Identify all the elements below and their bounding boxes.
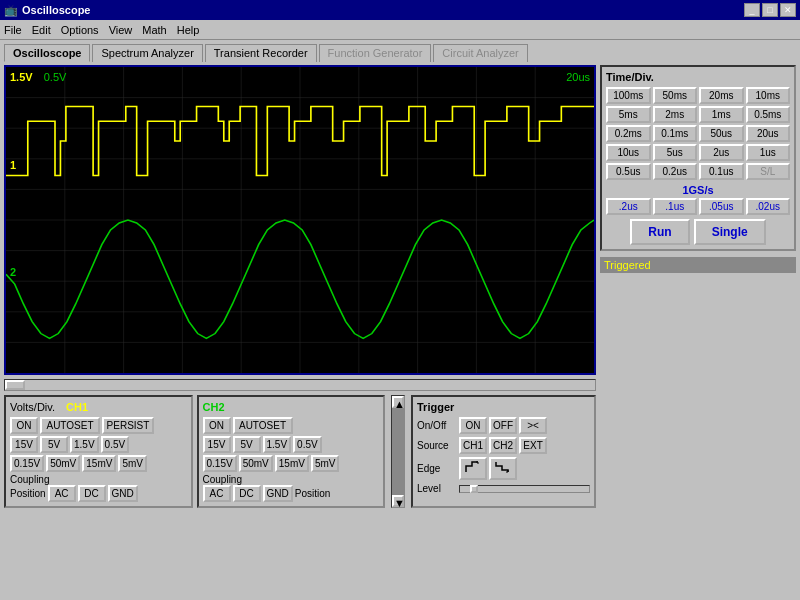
gs-0p1us[interactable]: .1us: [653, 198, 698, 215]
app-title: Oscilloscope: [22, 4, 90, 16]
ch1-5v-button[interactable]: 5V: [40, 436, 68, 453]
horizontal-scrollbar[interactable]: [4, 379, 596, 391]
scope-waveform-svg: [6, 67, 594, 373]
td-0p2us[interactable]: 0.2us: [653, 163, 698, 180]
trigger-panel: Trigger On/Off ON OFF >< Source CH1 CH2 …: [411, 395, 596, 508]
ch1-gnd-button[interactable]: GND: [108, 485, 138, 502]
ch1-5mv-button[interactable]: 5mV: [118, 455, 147, 472]
gs-0p2us[interactable]: .2us: [606, 198, 651, 215]
ch1-1v5-button[interactable]: 1.5V: [70, 436, 99, 453]
tab-spectrum-analyzer[interactable]: Spectrum Analyzer: [92, 44, 202, 62]
td-20us[interactable]: 20us: [746, 125, 791, 142]
scrollbar-thumb[interactable]: [5, 380, 25, 390]
rising-edge-icon: [464, 460, 482, 474]
trigger-level-slider[interactable]: [459, 485, 590, 493]
td-50ms[interactable]: 50ms: [653, 87, 698, 104]
td-2ms[interactable]: 2ms: [653, 106, 698, 123]
ch2-1v5-button[interactable]: 1.5V: [263, 436, 292, 453]
tab-oscilloscope[interactable]: Oscilloscope: [4, 44, 90, 62]
time-div-title: Time/Div.: [606, 71, 790, 83]
ch2-15v-button[interactable]: 15V: [203, 436, 231, 453]
ch1-autoset-button[interactable]: AUTOSET: [40, 417, 100, 434]
td-sl: S/L: [746, 163, 791, 180]
menu-options[interactable]: Options: [61, 24, 99, 36]
ch2-autoset-button[interactable]: AUTOSET: [233, 417, 293, 434]
td-0p1ms[interactable]: 0.1ms: [653, 125, 698, 142]
trigger-rising-edge-button[interactable]: [459, 457, 487, 480]
tab-transient-recorder[interactable]: Transient Recorder: [205, 44, 317, 62]
ch1-on-button[interactable]: ON: [10, 417, 38, 434]
gs-buttons: .2us .1us .05us .02us: [606, 198, 790, 215]
menu-help[interactable]: Help: [177, 24, 200, 36]
ch2-5v-button[interactable]: 5V: [233, 436, 261, 453]
ch2-5mv-button[interactable]: 5mV: [311, 455, 340, 472]
level-slider-thumb[interactable]: [470, 485, 478, 493]
ch1-15mv-button[interactable]: 15mV: [82, 455, 116, 472]
td-1ms[interactable]: 1ms: [699, 106, 744, 123]
trigger-ch2-button[interactable]: CH2: [489, 437, 517, 454]
menu-math[interactable]: Math: [142, 24, 166, 36]
td-50us[interactable]: 50us: [699, 125, 744, 142]
scroll-up-button[interactable]: ▲: [392, 396, 404, 408]
trigger-off-button[interactable]: OFF: [489, 417, 517, 434]
ch1-015v-button[interactable]: 0.15V: [10, 455, 44, 472]
ch2-15mv-button[interactable]: 15mV: [275, 455, 309, 472]
ch2-on-button[interactable]: ON: [203, 417, 231, 434]
ch1-persist-button[interactable]: PERSIST: [102, 417, 154, 434]
ch2-position-marker: 2: [10, 266, 16, 278]
tab-circuit-analyzer[interactable]: Circuit Analyzer: [433, 44, 527, 62]
time-div-panel: Time/Div. 100ms 50ms 20ms 10ms 5ms 2ms 1…: [600, 65, 796, 251]
menu-file[interactable]: File: [4, 24, 22, 36]
menu-view[interactable]: View: [109, 24, 133, 36]
td-1us[interactable]: 1us: [746, 144, 791, 161]
ch2-015v-button[interactable]: 0.15V: [203, 455, 237, 472]
menu-bar: File Edit Options View Math Help: [0, 20, 800, 40]
ch1-position-label: Position: [10, 488, 46, 499]
td-0p1us[interactable]: 0.1us: [699, 163, 744, 180]
td-100ms[interactable]: 100ms: [606, 87, 651, 104]
td-10us[interactable]: 10us: [606, 144, 651, 161]
menu-edit[interactable]: Edit: [32, 24, 51, 36]
maximize-button[interactable]: □: [762, 3, 778, 17]
single-button[interactable]: Single: [694, 219, 766, 245]
vertical-scrollbar[interactable]: ▲ ▼: [391, 395, 405, 508]
close-button[interactable]: ✕: [780, 3, 796, 17]
td-0p5us[interactable]: 0.5us: [606, 163, 651, 180]
td-20ms[interactable]: 20ms: [699, 87, 744, 104]
trigger-on-button[interactable]: ON: [459, 417, 487, 434]
right-panel: Time/Div. 100ms 50ms 20ms 10ms 5ms 2ms 1…: [596, 65, 796, 589]
ch2-position-label: Position: [295, 488, 331, 499]
trigger-ch1-button[interactable]: CH1: [459, 437, 487, 454]
trigger-onoff-label: On/Off: [417, 420, 457, 431]
ch2-coupling-label: Coupling: [203, 474, 242, 485]
scroll-down-button[interactable]: ▼: [392, 495, 404, 507]
tab-function-generator[interactable]: Function Generator: [319, 44, 432, 62]
gs-0p02us[interactable]: .02us: [746, 198, 791, 215]
td-0p2ms[interactable]: 0.2ms: [606, 125, 651, 142]
td-0p5ms[interactable]: 0.5ms: [746, 106, 791, 123]
run-button[interactable]: Run: [630, 219, 689, 245]
main-content: 1.5V 0.5V 20us 1 2 Volts/Div. CH1: [0, 61, 800, 593]
ch1-0v5-button[interactable]: 0.5V: [101, 436, 130, 453]
minimize-button[interactable]: _: [744, 3, 760, 17]
ch2-50mv-button[interactable]: 50mV: [239, 455, 273, 472]
ch2-dc-button[interactable]: DC: [233, 485, 261, 502]
ch1-50mv-button[interactable]: 50mV: [46, 455, 80, 472]
trigger-ext-src-button[interactable]: EXT: [519, 437, 547, 454]
trigger-ext-button[interactable]: ><: [519, 417, 547, 434]
td-10ms[interactable]: 10ms: [746, 87, 791, 104]
ch2-gnd-button[interactable]: GND: [263, 485, 293, 502]
ch1-15v-button[interactable]: 15V: [10, 436, 38, 453]
ch1-dc-button[interactable]: DC: [78, 485, 106, 502]
td-2us[interactable]: 2us: [699, 144, 744, 161]
gs-0p05us[interactable]: .05us: [699, 198, 744, 215]
gs-label: 1GS/s: [606, 184, 790, 196]
bottom-controls: Volts/Div. CH1 ON AUTOSET PERSIST 15V 5V…: [4, 395, 596, 508]
td-5ms[interactable]: 5ms: [606, 106, 651, 123]
td-5us[interactable]: 5us: [653, 144, 698, 161]
ch2-ac-button[interactable]: AC: [203, 485, 231, 502]
ch1-ac-button[interactable]: AC: [48, 485, 76, 502]
ch2-0v5-button[interactable]: 0.5V: [293, 436, 322, 453]
trigger-falling-edge-button[interactable]: [489, 457, 517, 480]
title-bar: 📺 Oscilloscope _ □ ✕: [0, 0, 800, 20]
